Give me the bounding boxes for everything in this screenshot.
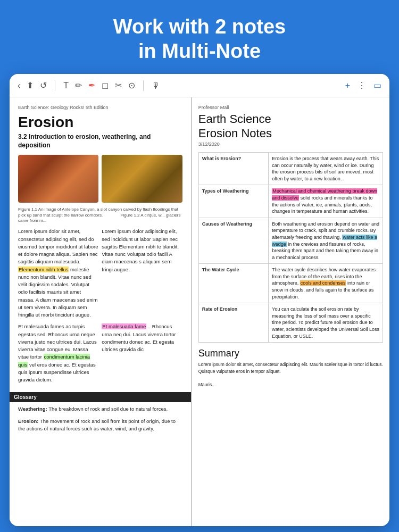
cue-cell-causes: Causes of Weathering xyxy=(198,218,269,264)
nav-group: ‹ ⬆ ↺ xyxy=(16,79,48,92)
paragraph1-right: Lorem ipsum dolor adipiscing elit, sed i… xyxy=(102,228,182,319)
paragraph1-left: Lorem ipsum dolor sit amet, consectetur … xyxy=(18,228,98,319)
cue-cell-erosion: What is Erosion? xyxy=(198,152,269,185)
lasso-tool-icon[interactable]: ⊙ xyxy=(127,79,137,92)
cue-cell-types: Types of Weathering xyxy=(198,185,269,218)
highlight-pink-1: Et malesuada fame xyxy=(102,323,146,329)
glossary-header: Glossary xyxy=(10,392,191,402)
weathering-term: Weathering: xyxy=(18,406,47,412)
tablet-icon[interactable]: ▭ xyxy=(372,79,383,92)
share-icon[interactable]: ⬆ xyxy=(25,79,35,92)
header-title: Work with 2 notes in Multi-Note xyxy=(21,15,378,63)
images-row xyxy=(18,155,182,203)
right-pane-notes[interactable]: Professor Mall Earth Science Erosion Not… xyxy=(192,97,389,526)
back-icon[interactable]: ‹ xyxy=(16,80,22,92)
highlight-tool-icon[interactable]: ✒ xyxy=(87,79,97,92)
mic-icon[interactable]: 🎙 xyxy=(150,80,162,92)
header: Work with 2 notes in Multi-Note xyxy=(0,0,399,74)
eraser-tool-icon[interactable]: ◻ xyxy=(100,79,110,92)
pen-tool-icon[interactable]: ✏ xyxy=(73,79,84,92)
undo-icon[interactable]: ↺ xyxy=(38,79,48,92)
figure1-caption: Figure 1.1 An image of Antelope Canyon, … xyxy=(18,207,182,223)
table-row: Causes of Weathering Both weathering and… xyxy=(198,218,383,264)
highlight-blue-1: water acts like a wedge xyxy=(272,235,377,247)
erosion-def: The movement of rock and soil from its p… xyxy=(18,418,176,431)
mountain-image xyxy=(102,155,182,203)
summary-section: Summary Lorem ipsum dolor sit amet, cons… xyxy=(198,348,383,388)
left-pane-textbook[interactable]: Earth Science: Geology Rocks! 5th Editio… xyxy=(10,97,192,526)
table-row: Rate of Erosion You can calculate the so… xyxy=(198,303,383,343)
highlight-green-1: condimentum lacinia quis xyxy=(18,354,90,367)
notes-cell-erosion: Erosion is the process that wears away e… xyxy=(269,152,383,185)
highlight-magenta-1: Mechanical and chemical weathering break… xyxy=(272,188,377,201)
toolbar-separator-2 xyxy=(143,80,144,91)
erosion-term: Erosion: xyxy=(18,418,39,424)
note-date: 3/12/2020 xyxy=(198,142,383,147)
notes-cell-rate: You can calculate the soil erosion rate … xyxy=(269,303,383,343)
split-pane: Earth Science: Geology Rocks! 5th Editio… xyxy=(10,97,389,526)
notes-cell-types: Mechanical and chemical weathering break… xyxy=(269,185,383,218)
table-row: What is Erosion? Erosion is the process … xyxy=(198,152,383,185)
weathering-def: The breakdown of rock and soil due to na… xyxy=(48,406,168,412)
highlight-orange-1: cools and condenses xyxy=(300,280,346,286)
toolbar: ‹ ⬆ ↺ T ✏ ✒ ◻ ✂ ⊙ 🎙 + ⋮ ▭ xyxy=(10,74,389,97)
erosion-heading: Erosion xyxy=(18,114,182,131)
summary-title: Summary xyxy=(198,348,383,359)
note-title: Earth Science Erosion Notes xyxy=(198,112,383,140)
paragraph2-left: Et malesuada fames ac turpis egestas sed… xyxy=(18,323,98,384)
tools-group: T ✏ ✒ ◻ ✂ ⊙ xyxy=(62,79,137,92)
note-author: Professor Mall xyxy=(198,105,383,110)
canyon-image xyxy=(18,155,98,203)
toolbar-separator-1 xyxy=(55,80,55,91)
more-icon[interactable]: ⋮ xyxy=(356,79,368,92)
glossary-content: Weathering: The breakdown of rock and so… xyxy=(18,405,182,433)
text-tool-icon[interactable]: T xyxy=(62,80,70,92)
table-row: The Water Cycle The water cycle describe… xyxy=(198,264,383,303)
main-card: ‹ ⬆ ↺ T ✏ ✒ ◻ ✂ ⊙ 🎙 + ⋮ ▭ Earth Science:… xyxy=(10,74,389,526)
table-row: Types of Weathering Mechanical and chemi… xyxy=(198,185,383,218)
notes-cell-causes: Both weathering and erosion depend on wa… xyxy=(269,218,383,264)
cue-cell-water: The Water Cycle xyxy=(198,264,269,303)
cue-cell-rate: Rate of Erosion xyxy=(198,303,269,343)
book-title: Earth Science: Geology Rocks! 5th Editio… xyxy=(18,105,182,110)
summary-text: Lorem ipsum dolor sit amet, consectetur … xyxy=(198,361,383,388)
scissors-tool-icon[interactable]: ✂ xyxy=(113,79,123,92)
paragraph2-right: Et malesuada fame... Rhoncus urna neq du… xyxy=(102,323,182,384)
header-line1: Work with 2 notes xyxy=(113,15,286,38)
header-line2: in Multi-Note xyxy=(138,40,261,62)
notes-cell-water: The water cycle describes how water evap… xyxy=(269,264,383,303)
add-icon[interactable]: + xyxy=(344,80,352,92)
cornell-table: What is Erosion? Erosion is the process … xyxy=(198,152,383,343)
highlight-yellow-1: Elementum nibh tellus xyxy=(18,267,69,272)
erosion-subheading: 3.2 Introduction to erosion, weathering,… xyxy=(18,133,182,149)
